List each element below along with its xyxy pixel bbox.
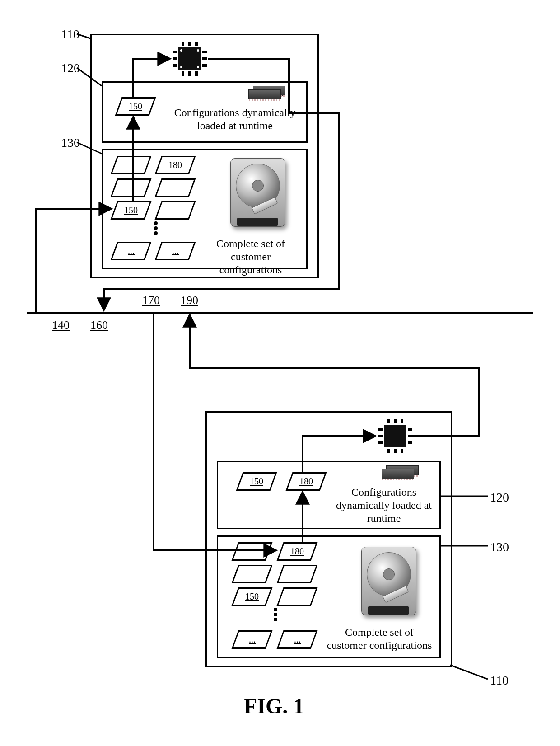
hdd-icon xyxy=(226,154,289,230)
ref-120-upper: 120 xyxy=(61,61,80,75)
chip-pins xyxy=(378,419,412,453)
para-blank xyxy=(111,156,152,174)
para-blank xyxy=(232,542,273,561)
memory-caption-upper: Configurations dynamically loaded at run… xyxy=(167,106,303,132)
ref-110-upper: 110 xyxy=(61,27,79,42)
vertical-dots-icon xyxy=(154,221,158,235)
ref-160: 160 xyxy=(90,319,108,332)
para-180-store-lower: 180 xyxy=(277,542,318,561)
hdd-icon xyxy=(357,542,420,619)
para-blank xyxy=(277,565,318,583)
vertical-dots-icon xyxy=(273,608,278,621)
ref-130-upper: 130 xyxy=(61,136,80,150)
ref-140: 140 xyxy=(52,319,70,332)
para-150-mem-upper: 150 xyxy=(115,97,156,116)
storage-caption-upper: Complete set of customer configurations xyxy=(199,237,303,276)
para-150-store-lower: 150 xyxy=(232,587,273,606)
figure-title: FIG. 1 xyxy=(244,694,304,718)
para-180-mem-lower: 180 xyxy=(286,472,327,491)
ref-120-lower: 120 xyxy=(490,490,509,505)
ram-icon xyxy=(382,465,418,479)
para-blank xyxy=(155,178,196,197)
storage-caption-lower: Complete set of customer configurations xyxy=(325,626,434,652)
memory-caption-lower: Configurations dynamically loaded at run… xyxy=(332,486,436,525)
para-blank xyxy=(155,201,196,220)
para-dots: ... xyxy=(155,242,196,260)
ref-170: 170 xyxy=(142,294,160,307)
para-blank xyxy=(232,565,273,583)
ref-130-lower: 130 xyxy=(490,540,509,554)
para-blank xyxy=(277,587,318,606)
chip-pins xyxy=(173,42,207,76)
para-150-store-upper: 150 xyxy=(111,201,152,220)
para-150-mem-lower: 150 xyxy=(236,472,277,491)
ref-190: 190 xyxy=(181,294,198,307)
network-bus xyxy=(27,312,533,314)
ref-110-lower: 110 xyxy=(490,673,509,688)
ram-icon xyxy=(248,86,285,99)
para-dots: ... xyxy=(232,630,273,649)
para-dots: ... xyxy=(111,242,152,260)
para-dots: ... xyxy=(277,630,318,649)
para-blank xyxy=(111,178,152,197)
para-180-store-upper: 180 xyxy=(155,156,196,174)
